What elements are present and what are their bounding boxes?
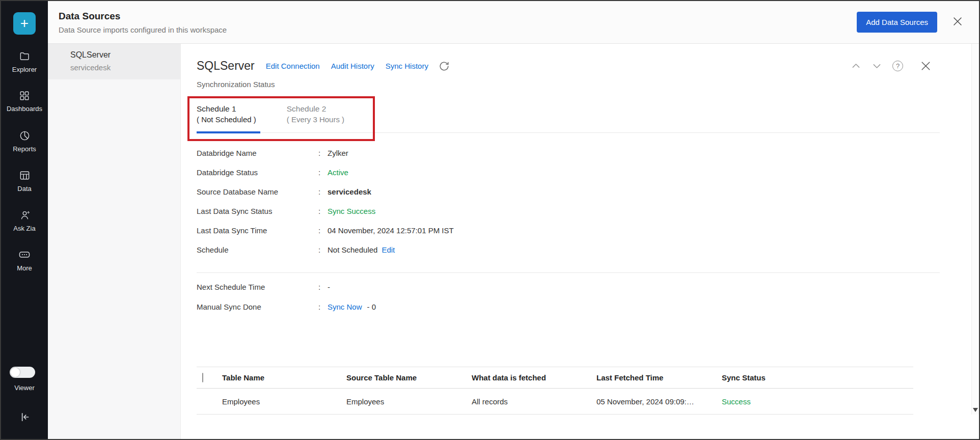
page-subtitle: Data Source imports configured in this w… xyxy=(59,25,227,34)
detail-row-databridge-name: Databridge Name : Zylker xyxy=(197,149,454,168)
colon: : xyxy=(318,187,325,196)
detail-row-next-schedule-time: Next Schedule Time : - xyxy=(197,283,376,302)
sidebar-item-label: More xyxy=(17,264,32,272)
close-icon xyxy=(951,15,964,30)
detail-value: Sync Success xyxy=(328,207,375,215)
detail-label: Last Data Sync Time xyxy=(197,226,318,235)
edit-connection-link[interactable]: Edit Connection xyxy=(266,62,320,70)
detail-label: Schedule xyxy=(197,245,318,254)
question-icon: ? xyxy=(896,62,900,70)
colon: : xyxy=(318,302,325,311)
close-detail-button[interactable] xyxy=(919,60,932,72)
detail-row-schedule: Schedule : Not Scheduled Edit xyxy=(197,245,454,265)
manual-sync-count: - 0 xyxy=(367,302,376,311)
column-header: Table Name xyxy=(222,373,346,382)
detail-label: Next Schedule Time xyxy=(197,283,318,291)
header-titles: Data Sources Data Source imports configu… xyxy=(59,11,227,34)
detail-value: Zylker xyxy=(328,149,348,157)
sidebar-item-label: Ask Zia xyxy=(13,225,35,232)
schedule-tabs: Schedule 1 ( Not Scheduled ) Schedule 2 … xyxy=(197,98,940,133)
sync-now-link[interactable]: Sync Now xyxy=(328,302,362,311)
sidebar-item-more[interactable]: More xyxy=(1,240,48,280)
sidebar-item-label: Explorer xyxy=(12,66,37,73)
detail-row-last-sync-time: Last Data Sync Time : 04 November, 2024 … xyxy=(197,226,454,245)
detail-label: Databridge Status xyxy=(197,168,318,177)
app-window: + Explorer Dashboards Reports xyxy=(0,0,980,440)
sidebar-item-data[interactable]: Data xyxy=(1,161,48,201)
add-data-sources-button[interactable]: Add Data Sources xyxy=(857,12,937,33)
detail-row-databridge-status: Databridge Status : Active xyxy=(197,168,454,187)
detail-label: Manual Sync Done xyxy=(197,302,318,311)
edit-schedule-link[interactable]: Edit xyxy=(382,245,395,254)
sidebar-item-reports[interactable]: Reports xyxy=(1,121,48,161)
source-list-panel: SQLServer servicedesk xyxy=(48,44,181,439)
detail-value: servicedesk xyxy=(328,187,371,196)
source-title: SQLServer xyxy=(197,59,255,73)
cell-sync-status: Success xyxy=(722,397,913,406)
table-row[interactable]: Employees Employees All records 05 Novem… xyxy=(197,389,913,415)
plus-icon: + xyxy=(20,16,29,31)
colon: : xyxy=(318,149,325,157)
detail-value: Not Scheduled xyxy=(328,245,377,254)
page-title: Data Sources xyxy=(59,11,227,22)
detail-label: Source Database Name xyxy=(197,187,318,196)
collapse-left-icon xyxy=(18,410,31,426)
source-name: SQLServer xyxy=(70,50,180,60)
tab-title: Schedule 2 xyxy=(287,103,344,114)
source-list-item-sqlserver[interactable]: SQLServer servicedesk xyxy=(48,44,180,79)
close-page-button[interactable] xyxy=(951,15,964,30)
sidebar-item-explorer[interactable]: Explorer xyxy=(1,42,48,81)
tab-title: Schedule 1 xyxy=(197,103,256,114)
tab-schedule-1[interactable]: Schedule 1 ( Not Scheduled ) xyxy=(197,98,256,132)
sidebar-nav: Explorer Dashboards Reports Data xyxy=(1,42,48,280)
cell-source-table-name: Employees xyxy=(346,397,472,406)
folder-icon xyxy=(19,50,31,62)
sidebar-item-label: Reports xyxy=(13,145,36,153)
colon: : xyxy=(318,207,325,215)
scroll-down-arrow-icon[interactable] xyxy=(973,408,978,412)
section-title: Synchronization Status xyxy=(197,80,275,89)
reports-icon xyxy=(19,130,31,142)
viewer-label: Viewer xyxy=(1,384,48,392)
detail-row-last-sync-status: Last Data Sync Status : Sync Success xyxy=(197,207,454,226)
sidebar-item-dashboards[interactable]: Dashboards xyxy=(1,81,48,121)
colon: : xyxy=(318,168,325,177)
viewer-toggle[interactable] xyxy=(10,367,35,378)
help-button[interactable]: ? xyxy=(892,61,903,71)
colon: : xyxy=(318,226,325,235)
collapse-sidebar-button[interactable] xyxy=(1,410,48,426)
colon: : xyxy=(318,245,325,254)
page-header: Data Sources Data Source imports configu… xyxy=(48,1,979,44)
select-all-checkbox[interactable] xyxy=(202,373,203,382)
sidebar: + Explorer Dashboards Reports xyxy=(1,1,48,439)
previous-source-button[interactable] xyxy=(851,61,861,71)
vertical-scrollbar[interactable] xyxy=(971,44,979,415)
detail-row-source-database-name: Source Database Name : servicedesk xyxy=(197,187,454,207)
source-database: servicedesk xyxy=(70,63,180,72)
next-source-button[interactable] xyxy=(872,61,882,71)
detail-value: Active xyxy=(328,168,348,177)
dashboards-icon xyxy=(19,90,30,101)
viewer-toggle-knob xyxy=(11,368,20,377)
tab-subtitle: ( Every 3 Hours ) xyxy=(287,114,344,125)
sync-details: Databridge Name : Zylker Databridge Stat… xyxy=(197,149,454,265)
schedule-details: Next Schedule Time : - Manual Sync Done … xyxy=(197,283,376,322)
tab-subtitle: ( Not Scheduled ) xyxy=(197,114,256,125)
section-divider xyxy=(197,272,940,273)
detail-value: - xyxy=(328,283,330,291)
detail-value: 04 November, 2024 12:57:01 PM IST xyxy=(328,226,454,235)
create-button[interactable]: + xyxy=(13,12,36,35)
source-detail-panel: SQLServer Edit Connection Audit History … xyxy=(181,44,979,439)
sidebar-item-label: Data xyxy=(17,185,31,193)
cell-table-name: Employees xyxy=(222,397,346,406)
audit-history-link[interactable]: Audit History xyxy=(331,62,374,70)
data-table-icon xyxy=(19,170,31,181)
tab-schedule-2[interactable]: Schedule 2 ( Every 3 Hours ) xyxy=(287,98,344,132)
cell-what-data: All records xyxy=(472,397,596,406)
colon: : xyxy=(318,283,325,291)
sidebar-item-ask-zia[interactable]: Ask Zia xyxy=(1,201,48,240)
column-header: Sync Status xyxy=(722,373,913,382)
sync-history-link[interactable]: Sync History xyxy=(386,62,428,70)
refresh-button[interactable] xyxy=(439,61,450,72)
ask-zia-icon xyxy=(19,209,31,221)
